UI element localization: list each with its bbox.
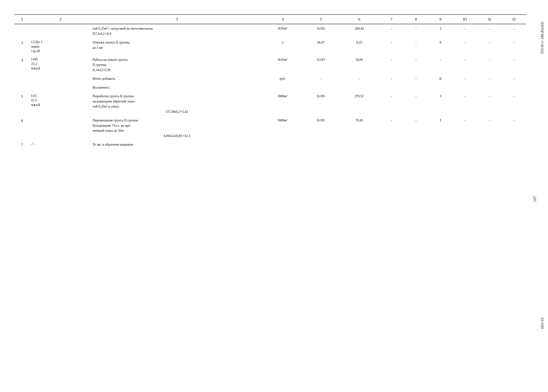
table-row: 5 I-65I2-3т.ч.т.3 Разработка грунта II г… xyxy=(14,92,526,116)
row-7-col10 xyxy=(453,140,477,149)
row-3-desc: Отвозка грунта II группыдо I км xyxy=(91,38,263,55)
row-intro-ref xyxy=(30,24,91,38)
row-itogo-col10: - xyxy=(453,74,477,83)
row-3-col7: - xyxy=(379,38,404,55)
row-intro-col11: - xyxy=(477,24,502,38)
col-header-8: 8 xyxy=(404,15,428,24)
margin-text-top: ТП1П-1-180,85(III) xyxy=(540,22,544,54)
col-header-5: 5 xyxy=(303,15,339,24)
row-intro-col10: - xyxy=(453,24,477,38)
row-7-col11 xyxy=(477,140,502,149)
row-intro-col8: - xyxy=(404,24,428,38)
row-5-col5: 0,OI5 xyxy=(303,92,339,116)
row-itogo-col12: - xyxy=(502,74,526,83)
col-header-9: 9 xyxy=(428,15,453,24)
row-5-col7: - xyxy=(379,92,404,116)
row-intro-desc: той 0,25м³ с погрузкой на автосамосвалыI… xyxy=(91,24,263,38)
row-6-desc: Перемещение грунта II группыбульдозером … xyxy=(91,116,263,140)
row-intro-col7: - xyxy=(379,24,404,38)
margin-text-bottom: 663-03 xyxy=(540,317,544,329)
row-7-ref: -"- xyxy=(30,140,91,149)
row-5-col11: - xyxy=(477,92,502,116)
row-7-col6 xyxy=(339,140,379,149)
row-7-col9 xyxy=(428,140,453,149)
row-6-col12: - xyxy=(502,116,526,140)
row-7-desc: То же, в обратном направле- xyxy=(91,140,263,149)
row-6-col10: - xyxy=(453,116,477,140)
page-number: 107 xyxy=(533,196,537,202)
row-5-col12: - xyxy=(502,92,526,116)
row-5-col10: - xyxy=(453,92,477,116)
row-iskl-unit xyxy=(263,83,303,92)
row-4-col5: 0,OI5 xyxy=(303,55,339,75)
row-4-col11: - xyxy=(477,55,502,75)
row-intro-num xyxy=(14,24,30,38)
row-4-ref: I-I9525-2т.ч.т.3 xyxy=(30,55,91,75)
row-6-col8: - xyxy=(404,116,428,140)
row-3-col6: 0,25 xyxy=(339,38,379,55)
row-intro-col5: 0,OI5 xyxy=(303,24,339,38)
row-6-col5: 0,OI5 xyxy=(303,116,339,140)
row-3-num: 3 xyxy=(14,38,30,55)
row-6-col11: - xyxy=(477,116,502,140)
row-iskl-col11 xyxy=(477,83,502,92)
row-itogo-col5: - xyxy=(303,74,339,83)
row-iskl-ref xyxy=(30,83,91,92)
row-intro-desc-text: той 0,25м³ с погрузкой на автосамосвалыI… xyxy=(93,27,152,35)
row-itogo-col7: - xyxy=(379,74,404,83)
row-itogo-num xyxy=(14,74,30,83)
row-4-col6: I4,06 xyxy=(339,55,379,75)
row-3-col8: - xyxy=(404,38,428,55)
row-iskl-col7 xyxy=(379,83,404,92)
row-3-col5: 26,07 xyxy=(303,38,339,55)
row-iskl-col12 xyxy=(502,83,526,92)
row-4-col8: - xyxy=(404,55,428,75)
row-3-col11: - xyxy=(477,38,502,55)
col-header-7: 7 xyxy=(379,15,404,24)
row-4-desc: Работа на отвале грунтаII группыII,34xI,… xyxy=(91,55,263,75)
row-iskl-desc: Исключить: xyxy=(91,83,263,92)
row-5-col9: 3 xyxy=(428,92,453,116)
row-iskl-col5 xyxy=(303,83,339,92)
row-itogo-col6: - xyxy=(339,74,379,83)
row-iskl-col9 xyxy=(428,83,453,92)
row-7-col5 xyxy=(303,140,339,149)
table-row: той 0,25м³ с погрузкой на автосамосвалыI… xyxy=(14,24,526,38)
row-5-col6: I70,52 xyxy=(339,92,379,116)
row-7-num: 7 xyxy=(14,140,30,149)
row-7-col8 xyxy=(404,140,428,149)
row-7-col7 xyxy=(379,140,404,149)
col-header-6: 6 xyxy=(339,15,379,24)
col-header-12: I2 xyxy=(502,15,526,24)
row-5-desc: Разработка грунта II группыэкскаватором … xyxy=(91,92,263,116)
col-header-4: 4 xyxy=(263,15,303,24)
row-5-col8: - xyxy=(404,92,428,116)
table-row: 6 Перемещение грунта II группыбульдозеро… xyxy=(14,116,526,140)
row-itogo-col11: - xyxy=(477,74,502,83)
main-table: I 2 3 4 5 6 7 8 9 IO II I2 той 0,25м³ с … xyxy=(14,14,526,149)
row-3-col10: - xyxy=(453,38,477,55)
row-4-num: 4 xyxy=(14,55,30,75)
row-itogo-col8: - xyxy=(404,74,428,83)
row-3-unit: т xyxy=(263,38,303,55)
row-4-unit: IOOм³ xyxy=(263,55,303,75)
row-3-ref: ССЦч. Iперев.стр.28 xyxy=(30,38,91,55)
row-itogo-unit: руб. xyxy=(263,74,303,83)
row-itogo-col9: II xyxy=(428,74,453,83)
col-header-10: IO xyxy=(453,15,477,24)
row-iskl-col10 xyxy=(453,83,477,92)
table-row: 4 I-I9525-2т.ч.т.3 Работа на отвале грун… xyxy=(14,55,526,75)
row-6-col7: - xyxy=(379,116,404,140)
row-4-col12: - xyxy=(502,55,526,75)
row-intro-col9: 3 xyxy=(428,24,453,38)
row-intro-col12: - xyxy=(502,24,526,38)
table-row: 7 -"- То же, в обратном направле- xyxy=(14,140,526,149)
row-itogo-ref xyxy=(30,74,91,83)
col-header-1: I xyxy=(14,15,30,24)
row-4-col7: - xyxy=(379,55,404,75)
row-iskl-num xyxy=(14,83,30,92)
row-itogo-desc: Итого добавить xyxy=(91,74,263,83)
row-4-col10: - xyxy=(453,55,477,75)
row-6-unit: I000м³ xyxy=(263,116,303,140)
col-header-11: II xyxy=(477,15,502,24)
